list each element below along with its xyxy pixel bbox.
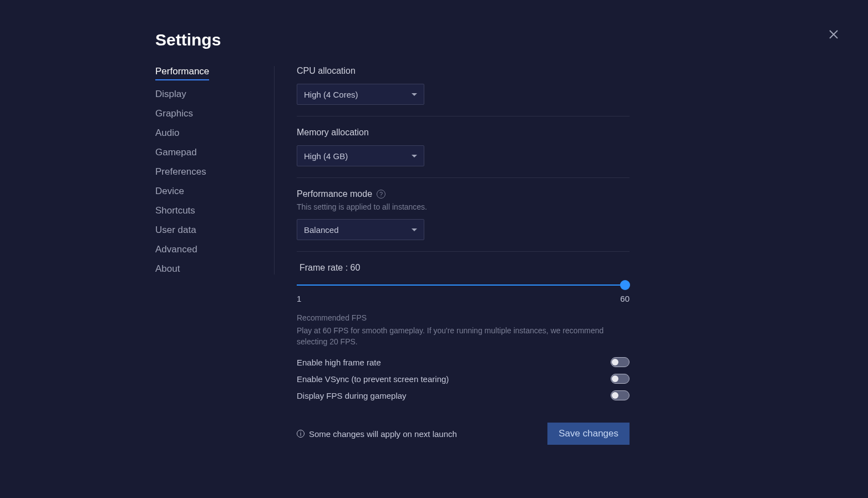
sidebar-item-device[interactable]: Device: [155, 186, 184, 197]
settings-sidebar: Performance Display Graphics Audio Gamep…: [155, 66, 275, 275]
close-button[interactable]: [827, 28, 840, 41]
caret-down-icon: [412, 155, 417, 157]
performance-mode-section: Performance mode ? This setting is appli…: [297, 189, 630, 252]
sidebar-item-about[interactable]: About: [155, 263, 180, 275]
page-title: Settings: [155, 31, 846, 49]
settings-main: CPU allocation High (4 Cores) Memory all…: [275, 66, 630, 445]
memory-allocation-value: High (4 GB): [304, 151, 348, 161]
frame-rate-label: Frame rate : 60: [297, 263, 630, 273]
performance-mode-note: This setting is applied to all instances…: [297, 202, 630, 211]
cpu-allocation-section: CPU allocation High (4 Cores): [297, 66, 630, 116]
recommended-fps-body: Play at 60 FPS for smooth gameplay. If y…: [297, 326, 630, 347]
sidebar-item-shortcuts[interactable]: Shortcuts: [155, 205, 195, 216]
performance-mode-label: Performance mode ?: [297, 189, 630, 199]
help-icon[interactable]: ?: [377, 190, 385, 199]
display-fps-toggle[interactable]: [611, 390, 630, 400]
slider-track: [297, 284, 630, 286]
cpu-allocation-label: CPU allocation: [297, 66, 630, 76]
close-icon: [827, 28, 840, 41]
sidebar-item-display[interactable]: Display: [155, 89, 186, 100]
performance-mode-label-text: Performance mode: [297, 189, 372, 199]
performance-mode-value: Balanced: [304, 225, 339, 235]
info-icon: i: [297, 430, 304, 438]
cpu-allocation-value: High (4 Cores): [304, 90, 358, 99]
save-changes-button[interactable]: Save changes: [547, 423, 630, 445]
memory-allocation-select[interactable]: High (4 GB): [297, 145, 424, 166]
frame-rate-label-prefix: Frame rate :: [300, 263, 351, 272]
performance-mode-select[interactable]: Balanced: [297, 219, 424, 240]
enable-vsync-label: Enable VSync (to prevent screen tearing): [297, 374, 449, 384]
frame-rate-section: Frame rate : 60 1 60 Recommended FPS Pla…: [297, 263, 630, 445]
frame-rate-max: 60: [620, 294, 630, 303]
enable-high-frame-rate-label: Enable high frame rate: [297, 358, 381, 367]
frame-rate-value: 60: [351, 263, 361, 272]
slider-handle[interactable]: [620, 280, 630, 290]
toggle-knob: [612, 375, 618, 382]
display-fps-label: Display FPS during gameplay: [297, 391, 407, 400]
recommended-fps-title: Recommended FPS: [297, 313, 630, 322]
sidebar-item-graphics[interactable]: Graphics: [155, 108, 193, 119]
memory-allocation-section: Memory allocation High (4 GB): [297, 128, 630, 178]
cpu-allocation-select[interactable]: High (4 Cores): [297, 84, 424, 105]
caret-down-icon: [412, 228, 417, 231]
enable-high-frame-rate-toggle[interactable]: [611, 357, 630, 367]
caret-down-icon: [412, 93, 417, 96]
sidebar-item-user-data[interactable]: User data: [155, 225, 196, 236]
frame-rate-slider[interactable]: [297, 278, 630, 292]
frame-rate-min: 1: [297, 294, 301, 303]
footer-note: i Some changes will apply on next launch: [297, 429, 457, 439]
sidebar-item-performance[interactable]: Performance: [155, 66, 209, 80]
sidebar-item-preferences[interactable]: Preferences: [155, 166, 206, 177]
toggle-knob: [612, 392, 618, 399]
enable-vsync-toggle[interactable]: [611, 374, 630, 384]
footer-note-text: Some changes will apply on next launch: [309, 429, 457, 439]
toggle-knob: [612, 359, 618, 365]
sidebar-item-audio[interactable]: Audio: [155, 128, 179, 139]
memory-allocation-label: Memory allocation: [297, 128, 630, 138]
sidebar-item-advanced[interactable]: Advanced: [155, 244, 197, 255]
sidebar-item-gamepad[interactable]: Gamepad: [155, 147, 197, 158]
